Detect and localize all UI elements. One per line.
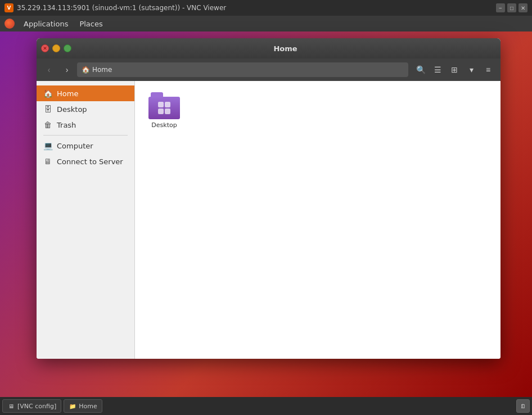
home-sidebar-icon: 🏠 bbox=[43, 89, 52, 98]
sort-button[interactable]: ▾ bbox=[463, 62, 479, 78]
grid-view-button[interactable]: ⊞ bbox=[447, 62, 462, 78]
forward-icon: › bbox=[66, 65, 69, 74]
sidebar-item-computer[interactable]: 💻 Computer bbox=[37, 138, 134, 154]
window-title-text: 35.229.134.113:5901 (sinuod-vm:1 (sutsag… bbox=[17, 4, 496, 12]
back-button[interactable]: ‹ bbox=[41, 62, 57, 78]
vnc-logo: V bbox=[4, 3, 13, 12]
clock-icon: 🗓 bbox=[520, 403, 526, 409]
desktop-sidebar-icon: 🗄 bbox=[43, 105, 52, 114]
menu-button[interactable]: ≡ bbox=[480, 62, 496, 78]
sidebar-separator bbox=[43, 135, 128, 136]
search-button[interactable]: 🔍 bbox=[413, 62, 429, 78]
close-window-button[interactable]: ✕ bbox=[519, 3, 528, 12]
taskbar-vnc-config[interactable]: 🖥 [VNC config] bbox=[2, 399, 61, 413]
toolbar: ‹ › 🏠 Home 🔍 ☰ ⊞ ▾ ≡ bbox=[37, 58, 501, 81]
sidebar-item-home[interactable]: 🏠 Home bbox=[37, 85, 134, 101]
taskbar-home-folder[interactable]: 📁 Home bbox=[64, 399, 102, 413]
sidebar-computer-label: Computer bbox=[57, 142, 93, 150]
sort-icon: ▾ bbox=[470, 65, 474, 74]
search-icon: 🔍 bbox=[416, 65, 426, 74]
file-label-desktop: Desktop bbox=[151, 121, 177, 129]
sidebar-item-trash[interactable]: 🗑 Trash bbox=[37, 117, 134, 133]
location-text: Home bbox=[92, 66, 112, 74]
view-controls: 🔍 ☰ ⊞ ▾ ≡ bbox=[413, 62, 496, 78]
menu-icon: ≡ bbox=[486, 65, 490, 74]
list-view-icon: ☰ bbox=[434, 65, 441, 74]
applications-menu[interactable]: Applications bbox=[19, 19, 73, 29]
window-title: Home bbox=[75, 44, 496, 53]
server-sidebar-icon: 🖥 bbox=[43, 157, 52, 166]
window-close-button[interactable]: ✕ bbox=[41, 44, 49, 52]
content-area: 🏠 Home 🗄 Desktop 🗑 Trash 💻 Computer 🖥 Co… bbox=[37, 81, 501, 359]
folder-icon-desktop bbox=[148, 92, 180, 119]
taskbar-right: 🗓 bbox=[516, 399, 530, 413]
ubuntu-logo bbox=[4, 19, 15, 29]
sidebar-home-label: Home bbox=[57, 89, 78, 98]
taskbar-home-label: Home bbox=[79, 403, 97, 410]
computer-sidebar-icon: 💻 bbox=[43, 141, 52, 150]
window-titlebar: ✕ Home bbox=[37, 38, 501, 58]
window-controls: − □ ✕ bbox=[496, 3, 528, 12]
back-icon: ‹ bbox=[48, 65, 51, 74]
sidebar-trash-label: Trash bbox=[57, 121, 76, 129]
grid-view-icon: ⊞ bbox=[451, 65, 458, 74]
sidebar-connect-label: Connect to Server bbox=[57, 157, 123, 166]
home-folder-icon: 📁 bbox=[69, 402, 76, 410]
vnc-titlebar: V 35.229.134.113:5901 (sinuod-vm:1 (suts… bbox=[0, 0, 532, 16]
taskbar-vnc-config-label: [VNC config] bbox=[17, 403, 56, 410]
forward-button[interactable]: › bbox=[59, 62, 75, 78]
list-view-button[interactable]: ☰ bbox=[430, 62, 445, 78]
sidebar-desktop-label: Desktop bbox=[57, 105, 87, 114]
maximize-button[interactable]: □ bbox=[507, 3, 516, 12]
sidebar: 🏠 Home 🗄 Desktop 🗑 Trash 💻 Computer 🖥 Co… bbox=[37, 81, 135, 359]
file-manager-window: ✕ Home ‹ › 🏠 Home 🔍 ☰ ⊞ ▾ bbox=[37, 38, 501, 359]
minimize-button[interactable]: − bbox=[496, 3, 505, 12]
window-maximize-button[interactable] bbox=[64, 44, 71, 52]
file-item-desktop[interactable]: Desktop bbox=[142, 88, 187, 133]
location-bar[interactable]: 🏠 Home bbox=[77, 62, 408, 77]
clock-button[interactable]: 🗓 bbox=[516, 399, 530, 413]
vnc-config-icon: 🖥 bbox=[7, 402, 15, 410]
file-area: Desktop bbox=[135, 81, 501, 359]
home-icon: 🏠 bbox=[82, 66, 90, 74]
menu-bar: Applications Places bbox=[0, 16, 532, 31]
sidebar-item-connect-server[interactable]: 🖥 Connect to Server bbox=[37, 154, 134, 169]
places-menu[interactable]: Places bbox=[75, 19, 107, 29]
taskbar: 🖥 [VNC config] 📁 Home 🗓 bbox=[0, 397, 532, 415]
sidebar-item-desktop[interactable]: 🗄 Desktop bbox=[37, 101, 134, 117]
trash-sidebar-icon: 🗑 bbox=[43, 120, 52, 129]
window-minimize-button[interactable] bbox=[52, 44, 60, 52]
